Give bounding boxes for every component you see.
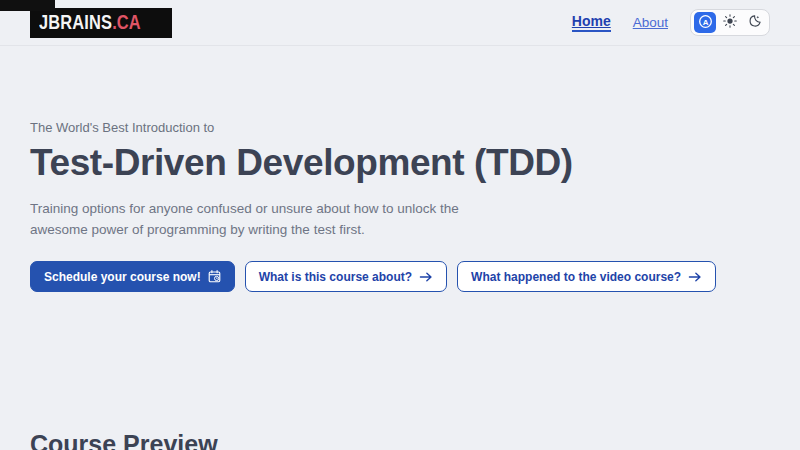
moon-stars-icon [748,14,762,31]
theme-light-button[interactable] [719,12,741,33]
course-about-label: What is this course about? [259,270,412,284]
sun-icon [723,14,737,31]
site-logo-text: JBRAINS.CA [39,11,141,34]
course-preview-heading: Course Preview [30,430,800,450]
hero-description: Training options for anyone confused or … [30,198,462,240]
arrow-right-icon [688,271,702,283]
video-course-button[interactable]: What happened to the video course? [457,261,716,292]
arrow-right-icon [419,271,433,283]
theme-auto-button[interactable]: A [694,12,716,33]
site-header: JBRAINS.CA Home About A [0,0,800,46]
nav-link-home[interactable]: Home [572,13,611,32]
page-title: Test-Driven Development (TDD) [30,141,770,185]
schedule-course-button[interactable]: Schedule your course now! [30,261,235,292]
main-nav: Home About [572,13,668,32]
video-course-label: What happened to the video course? [471,270,681,284]
hero-section: The World's Best Introduction to Test-Dr… [0,46,800,292]
header-right: Home About A [572,9,770,36]
skip-link-partial[interactable] [0,0,55,11]
hero-eyebrow: The World's Best Introduction to [30,120,770,136]
logo-text-suffix: .CA [112,11,141,33]
theme-dark-button[interactable] [744,12,766,33]
logo-text-primary: JBRAINS [39,11,112,33]
calendar-icon [208,270,221,283]
site-logo[interactable]: JBRAINS.CA [30,8,172,38]
course-about-button[interactable]: What is this course about? [245,261,447,292]
theme-toggle-group: A [690,9,770,36]
auto-theme-icon: A [698,14,713,32]
nav-link-about[interactable]: About [633,15,668,30]
schedule-course-label: Schedule your course now! [44,270,201,284]
hero-buttons: Schedule your course now! What is this c… [30,261,770,292]
svg-text:A: A [702,17,708,26]
